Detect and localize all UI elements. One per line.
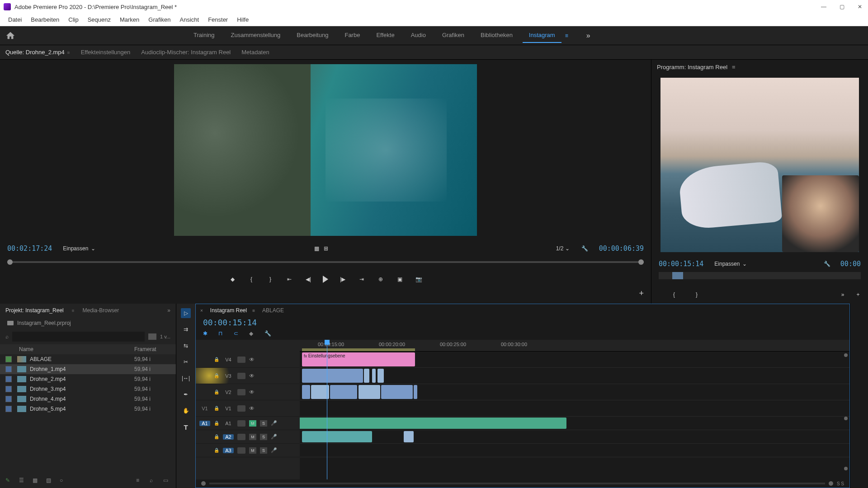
lock-icon[interactable]: 🔒 xyxy=(214,373,219,378)
type-tool[interactable]: T xyxy=(181,422,191,432)
voice-record-icon[interactable]: 🎤 xyxy=(271,447,277,453)
clip-video[interactable] xyxy=(330,385,357,399)
menu-datei[interactable]: Datei xyxy=(4,14,26,25)
source-settings-icon[interactable]: 🔧 xyxy=(581,245,588,252)
minimize-button[interactable]: — xyxy=(819,2,828,11)
media-browser-tab[interactable]: Media-Browser xyxy=(83,307,119,314)
source-single-view-icon[interactable]: ▦ xyxy=(314,245,319,252)
search-icon[interactable]: ⌕ xyxy=(5,333,9,340)
program-settings-icon[interactable]: 🔧 xyxy=(824,261,830,267)
source-composite-icon[interactable]: ⊞ xyxy=(324,245,328,252)
hand-tool[interactable]: ✋ xyxy=(181,406,191,416)
sync-lock-icon[interactable] xyxy=(237,373,245,379)
program-add-icon[interactable]: + xyxy=(854,290,863,299)
snap-icon[interactable]: ⊓ xyxy=(218,330,226,338)
home-icon[interactable] xyxy=(5,31,15,41)
menu-hilfe[interactable]: Hilfe xyxy=(232,14,253,25)
workspace-overflow-icon[interactable]: » xyxy=(586,32,590,40)
clip-audio[interactable] xyxy=(302,431,372,442)
timeline-tracks[interactable]: 00:00:15:00 00:00:20:00 00:00:25:00 00:0… xyxy=(300,340,849,479)
menu-ansicht[interactable]: Ansicht xyxy=(175,14,203,25)
razor-tool[interactable]: ✂ xyxy=(181,357,191,367)
label-swatch[interactable] xyxy=(5,376,12,382)
source-tab[interactable]: Audioclip-Mischer: Instagram Reel xyxy=(141,49,231,56)
export-frame-icon[interactable]: 📷 xyxy=(414,275,423,284)
new-item-icon[interactable]: ✎ xyxy=(5,477,13,484)
mute-button[interactable]: M xyxy=(249,434,256,440)
lock-icon[interactable]: 🔒 xyxy=(214,421,219,426)
program-zoom-dropdown[interactable]: Einpassen⌄ xyxy=(714,261,747,267)
source-resolution-dropdown[interactable]: 1/2 ⌄ xyxy=(556,245,570,252)
source-timecode-in[interactable]: 00:02:17:24 xyxy=(7,244,52,253)
clip-video[interactable] xyxy=(364,369,369,383)
track-header-v4[interactable]: 🔒V4👁 xyxy=(196,352,300,368)
clip-video[interactable] xyxy=(302,369,363,383)
source-zoom-dropdown[interactable]: Einpassen⌄ xyxy=(63,245,95,252)
menu-fenster[interactable]: Fenster xyxy=(203,14,232,25)
workspace-effekte[interactable]: Effekte xyxy=(370,28,401,43)
col-framerate[interactable]: Framerat xyxy=(134,346,170,352)
track-select-tool[interactable]: ⇉ xyxy=(181,324,191,334)
mute-button[interactable]: M xyxy=(249,420,256,427)
close-button[interactable]: ✕ xyxy=(855,2,864,11)
sync-lock-icon[interactable] xyxy=(237,357,245,363)
source-scrubber[interactable] xyxy=(0,257,651,270)
label-swatch[interactable] xyxy=(5,396,12,402)
clip-video[interactable] xyxy=(377,369,384,383)
menu-marken[interactable]: Marken xyxy=(115,14,144,25)
label-swatch[interactable] xyxy=(5,366,12,372)
lock-icon[interactable]: 🔒 xyxy=(214,389,219,394)
voice-record-icon[interactable]: 🎤 xyxy=(271,434,277,440)
workspace-bibliotheken[interactable]: Bibliotheken xyxy=(474,28,519,43)
clip-video[interactable] xyxy=(311,385,329,399)
label-swatch[interactable] xyxy=(5,356,12,362)
clip-video[interactable] xyxy=(302,385,310,399)
sync-lock-icon[interactable] xyxy=(237,405,245,412)
clip-video[interactable] xyxy=(372,369,376,383)
project-item[interactable]: ABLAGE59,94 i xyxy=(0,354,176,364)
track-header-v3[interactable]: 🔒V3👁 xyxy=(196,368,300,384)
add-button-icon[interactable]: + xyxy=(639,289,644,298)
sync-lock-icon[interactable] xyxy=(237,447,245,454)
menu-clip[interactable]: Clip xyxy=(64,14,83,25)
project-search-input[interactable] xyxy=(12,332,145,342)
lock-icon[interactable]: 🔒 xyxy=(214,357,219,362)
source-tab[interactable]: Quelle: Drohne_2.mp4≡ xyxy=(5,49,70,56)
track-header-a2[interactable]: 🔒A2MS🎤 xyxy=(196,430,300,444)
timeline-tab-active[interactable]: Instagram Reel≡ xyxy=(210,307,255,314)
maximize-button[interactable]: ▢ xyxy=(837,2,846,11)
clip-video[interactable] xyxy=(359,385,380,399)
source-tab[interactable]: Effekteinstellungen xyxy=(81,49,131,56)
timeline-wrench-icon[interactable]: 🔧 xyxy=(264,330,272,338)
project-item[interactable]: Drohne_4.mp459,94 i xyxy=(0,394,176,404)
timeline-timecode[interactable]: 00:00:15:14 xyxy=(203,318,257,327)
solo-button[interactable]: S xyxy=(260,420,267,427)
track-header-v1[interactable]: V1🔒V1👁 xyxy=(196,400,300,417)
clip-audio[interactable] xyxy=(300,418,566,429)
mark-in-bracket-icon[interactable]: { xyxy=(247,275,256,284)
insert-icon[interactable]: ⊕ xyxy=(376,275,385,284)
source-tab[interactable]: Metadaten xyxy=(241,49,269,56)
track-header-a3[interactable]: 🔒A3MS🎤 xyxy=(196,444,300,457)
workspace-instagram[interactable]: Instagram xyxy=(523,28,561,43)
timeline-tab-inactive[interactable]: ABLAGE xyxy=(262,307,284,314)
new-bin-footer-icon[interactable]: ▭ xyxy=(163,477,170,484)
solo-button[interactable]: S xyxy=(260,447,267,454)
eye-icon[interactable]: 👁 xyxy=(249,405,255,412)
go-to-out-icon[interactable]: ⇥ xyxy=(357,275,366,284)
marker-icon[interactable]: ◆ xyxy=(249,330,256,338)
find-icon[interactable]: ⌕ xyxy=(150,477,157,484)
clip-audio[interactable] xyxy=(404,431,414,442)
project-item[interactable]: Drohne_3.mp459,94 i xyxy=(0,384,176,394)
sync-lock-icon[interactable] xyxy=(237,434,245,440)
project-item[interactable]: Drohne_5.mp459,94 i xyxy=(0,404,176,414)
linked-selection-icon[interactable]: ⊂ xyxy=(234,330,241,338)
track-header-a1[interactable]: A1🔒A1MS🎤 xyxy=(196,417,300,430)
clip-adjustment-layer[interactable]: fx Einstellungsebene xyxy=(302,352,415,366)
project-tab[interactable]: Projekt: Instagram_Reel xyxy=(5,307,64,314)
workspace-audio[interactable]: Audio xyxy=(405,28,432,43)
workspace-zusammenstellung[interactable]: Zusammenstellung xyxy=(224,28,287,43)
menu-bearbeiten[interactable]: Bearbeiten xyxy=(26,14,64,25)
workspace-grafiken[interactable]: Grafiken xyxy=(436,28,471,43)
source-video-preview[interactable] xyxy=(174,64,477,236)
